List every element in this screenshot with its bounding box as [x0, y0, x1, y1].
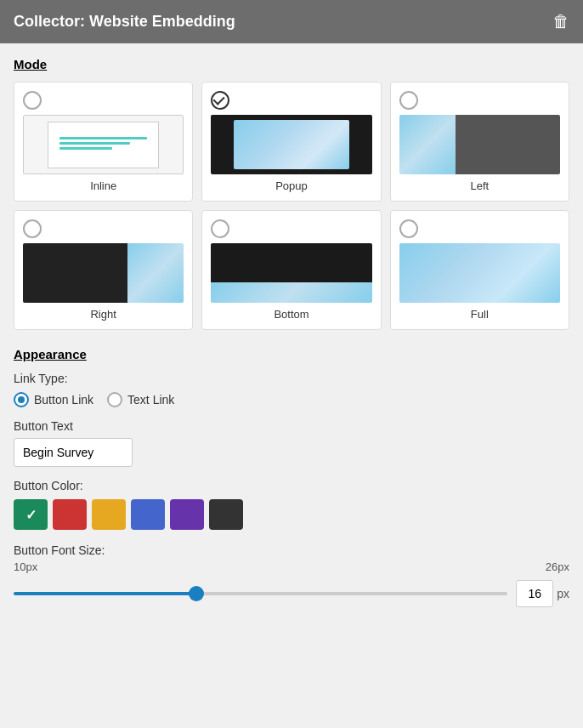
color-swatch-orange[interactable] [92, 499, 126, 530]
mode-label-full: Full [399, 308, 560, 321]
slider-thumb[interactable] [189, 586, 204, 601]
mode-section: Mode Inline [14, 57, 569, 330]
slider-fill [14, 592, 196, 595]
mode-label-bottom: Bottom [211, 308, 371, 321]
mode-label-left: Left [399, 179, 560, 192]
button-color-label: Button Color: [14, 479, 569, 492]
mode-radio-right[interactable] [23, 219, 42, 238]
mode-grid: Inline Popup [14, 82, 569, 330]
color-swatch-green[interactable] [14, 499, 48, 530]
color-swatch-blue[interactable] [131, 499, 165, 530]
font-size-value-input[interactable] [516, 580, 553, 607]
mode-section-title: Mode [14, 57, 569, 71]
link-type-label: Link Type: [14, 372, 569, 385]
mode-preview-inline [23, 115, 184, 174]
header: Collector: Website Embedding 🗑 [0, 0, 583, 43]
link-type-group: Button Link Text Link [14, 392, 569, 407]
mode-card-full[interactable]: Full [390, 210, 569, 330]
link-type-text-label: Text Link [127, 393, 174, 407]
slider-value-box: px [516, 580, 569, 607]
font-size-slider-row: px [14, 580, 569, 607]
link-type-text-option[interactable]: Text Link [107, 392, 174, 407]
font-size-label: Button Font Size: [14, 543, 569, 557]
mode-radio-inline[interactable] [23, 91, 42, 110]
link-type-button-label: Button Link [34, 393, 93, 407]
slider-track [14, 592, 507, 595]
mode-radio-full[interactable] [399, 219, 418, 238]
mode-label-inline: Inline [23, 179, 184, 192]
delete-icon[interactable]: 🗑 [552, 12, 569, 31]
mode-radio-left[interactable] [399, 91, 418, 110]
mode-card-inline[interactable]: Inline [14, 82, 193, 202]
mode-card-left[interactable]: Left [390, 82, 569, 202]
appearance-section: Appearance Link Type: Button Link Text L… [14, 347, 569, 607]
button-text-label: Button Text [14, 419, 569, 433]
mode-preview-full [399, 243, 560, 303]
font-size-min: 10px [14, 560, 37, 573]
mode-radio-bottom[interactable] [211, 219, 229, 238]
mode-card-bottom[interactable]: Bottom [201, 210, 381, 330]
mode-card-right[interactable]: Right [14, 210, 193, 330]
appearance-section-title: Appearance [14, 347, 569, 361]
font-size-unit: px [557, 587, 569, 600]
mode-card-popup[interactable]: Popup [201, 82, 381, 202]
mode-preview-popup [211, 115, 371, 174]
font-size-slider-container[interactable] [14, 585, 507, 602]
link-type-button-option[interactable]: Button Link [14, 392, 93, 407]
mode-label-popup: Popup [211, 179, 371, 192]
header-title: Collector: Website Embedding [14, 13, 235, 31]
mode-label-right: Right [23, 308, 184, 321]
color-swatches [14, 499, 569, 530]
font-size-range: 10px 26px [14, 560, 569, 573]
color-swatch-red[interactable] [53, 499, 87, 530]
link-type-button-radio[interactable] [14, 392, 29, 407]
button-text-input[interactable] [14, 438, 133, 467]
mode-preview-left [399, 115, 560, 174]
font-size-max: 26px [546, 560, 569, 573]
color-swatch-dark[interactable] [209, 499, 243, 530]
mode-radio-popup[interactable] [211, 91, 229, 110]
color-swatch-purple[interactable] [170, 499, 204, 530]
mode-preview-right [23, 243, 184, 303]
link-type-text-radio[interactable] [107, 392, 122, 407]
mode-preview-bottom [211, 243, 371, 303]
